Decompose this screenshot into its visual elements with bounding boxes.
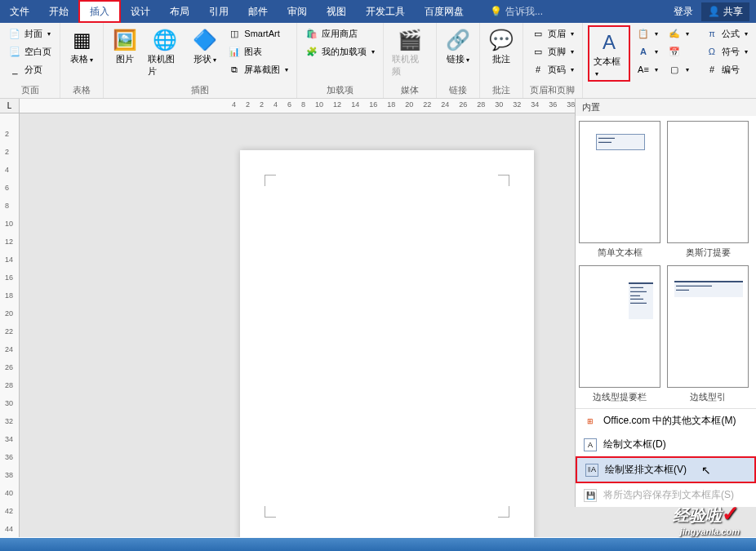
chart-icon: 📊 xyxy=(228,45,241,58)
ribbon-group-media: 🎬联机视频 媒体 xyxy=(384,23,437,98)
table-icon: ▦ xyxy=(69,27,95,53)
page-number-button[interactable]: #页码▾ xyxy=(528,61,577,78)
tables-group-label: 表格 xyxy=(65,82,98,96)
page-break-icon: ⎯ xyxy=(8,63,21,76)
ribbon-group-addins: 🛍️应用商店 🧩我的加载项▾ 加载项 xyxy=(297,23,384,98)
symbol-icon: Ω xyxy=(705,45,718,58)
wordart-button[interactable]: A▾ xyxy=(634,43,661,60)
pages-group-label: 页面 xyxy=(5,82,55,96)
links-button[interactable]: 🔗链接▾ xyxy=(442,25,474,67)
pictures-button[interactable]: 🖼️图片 xyxy=(109,25,141,67)
tell-me-search[interactable]: 💡 告诉我... xyxy=(490,5,674,19)
office-more-textboxes[interactable]: ⊞ Office.com 中的其他文本框(M) xyxy=(576,409,756,433)
menu-tabs: 文件 开始 插入 设计 布局 引用 邮件 审阅 视图 开发工具 百度网盘 xyxy=(0,0,474,23)
symbol-button[interactable]: Ω符号▾ xyxy=(702,43,751,60)
datetime-icon: 📅 xyxy=(668,45,681,58)
signature-button[interactable]: ✍▾ xyxy=(665,25,692,42)
ribbon-group-comments: 💬批注 批注 xyxy=(480,23,523,98)
cover-page-button[interactable]: 📄封面▾ xyxy=(5,25,55,42)
gallery-border-sidebar[interactable]: ▬▬▬▬▬▬▬▬▬▬▬▬▬▬▬▬▬▬▬▬▬ 边线型提要栏 xyxy=(579,265,660,403)
gallery-border-quote[interactable]: ▬▬▬▬▬▬▬▬▬▬▬▬▬▬▬ 边线型引 xyxy=(667,265,749,403)
vertical-textbox-icon: ⦀A xyxy=(585,464,598,477)
menu-references[interactable]: 引用 xyxy=(199,0,238,23)
header-button[interactable]: ▭页眉▾ xyxy=(528,25,577,42)
header-icon: ▭ xyxy=(531,27,545,40)
drop-cap-button[interactable]: A≡▾ xyxy=(634,61,661,78)
menu-layout[interactable]: 布局 xyxy=(160,0,199,23)
vertical-ruler[interactable]: 2246810121416182022242628303234363840424… xyxy=(0,113,20,537)
page-number-icon: # xyxy=(531,63,545,76)
menu-design[interactable]: 设计 xyxy=(121,0,160,23)
online-picture-icon: 🌐 xyxy=(152,27,178,53)
ribbon-group-text: A文本框▾ 📋▾ A▾ A≡▾ ✍▾ 📅 ▢▾ xyxy=(583,23,697,98)
menu-baidu[interactable]: 百度网盘 xyxy=(415,0,474,23)
textbox-draw-icon: A xyxy=(584,438,597,451)
ribbon-group-tables: ▦ 表格▾ 表格 xyxy=(60,23,104,98)
object-button[interactable]: ▢▾ xyxy=(665,61,692,78)
margin-marker-tr xyxy=(498,175,509,186)
number-icon: # xyxy=(705,63,718,76)
gallery-simple-textbox[interactable]: ▬▬▬▬▬▬▬▬▬ 简单文本框 xyxy=(579,121,660,259)
gallery-menu: ⊞ Office.com 中的其他文本框(M) A 绘制文本框(D) ⦀A 绘制… xyxy=(576,408,756,507)
chart-button[interactable]: 📊图表 xyxy=(225,43,291,60)
blank-page-button[interactable]: 📃空白页 xyxy=(5,43,55,60)
object-icon: ▢ xyxy=(668,63,681,76)
textbox-button[interactable]: A文本框▾ xyxy=(590,28,628,79)
titlebar: 文件 开始 插入 设计 布局 引用 邮件 审阅 视图 开发工具 百度网盘 💡 告… xyxy=(0,0,756,23)
page[interactable] xyxy=(240,150,534,537)
save-to-gallery: 💾 将所选内容保存到文本框库(S) xyxy=(576,483,756,507)
comment-button[interactable]: 💬批注 xyxy=(485,25,518,67)
datetime-button[interactable]: 📅 xyxy=(665,43,692,60)
margin-marker-tl xyxy=(265,175,276,186)
ribbon-group-links: 🔗链接▾ 链接 xyxy=(437,23,480,98)
taskbar xyxy=(0,538,756,551)
drop-cap-icon: A≡ xyxy=(637,63,650,76)
screenshot-button[interactable]: ⧉屏幕截图▾ xyxy=(225,61,291,78)
quick-parts-button[interactable]: 📋▾ xyxy=(634,25,661,42)
draw-vertical-textbox[interactable]: ⦀A 绘制竖排文本框(V) ↖ xyxy=(576,456,756,483)
table-button[interactable]: ▦ 表格▾ xyxy=(65,25,98,67)
number-button[interactable]: #编号 xyxy=(702,61,751,78)
menu-review[interactable]: 审阅 xyxy=(278,0,317,23)
cursor-icon: ↖ xyxy=(701,464,711,477)
smartart-button[interactable]: ◫SmartArt xyxy=(225,25,291,42)
page-break-button[interactable]: ⎯分页 xyxy=(5,61,55,78)
online-video-button[interactable]: 🎬联机视频 xyxy=(389,25,431,79)
cover-page-icon: 📄 xyxy=(8,27,21,40)
my-addins-button[interactable]: 🧩我的加载项▾ xyxy=(302,43,378,60)
menu-home[interactable]: 开始 xyxy=(39,0,78,23)
comments-group-label: 批注 xyxy=(485,82,518,96)
ribbon-group-illustrations: 🖼️图片 🌐联机图片 🔷形状▾ ◫SmartArt 📊图表 ⧉屏幕截图▾ 插图 xyxy=(104,23,297,98)
online-pictures-button[interactable]: 🌐联机图片 xyxy=(145,25,185,79)
gallery-austin-quote[interactable]: 奥斯汀提要 xyxy=(667,121,749,259)
menu-developer[interactable]: 开发工具 xyxy=(356,0,415,23)
equation-button[interactable]: π公式▾ xyxy=(702,25,751,42)
equation-icon: π xyxy=(705,27,718,40)
footer-button[interactable]: ▭页脚▾ xyxy=(528,43,577,60)
illustrations-group-label: 插图 xyxy=(109,82,291,96)
ribbon-group-pages: 📄封面▾ 📃空白页 ⎯分页 页面 xyxy=(0,23,60,98)
ribbon-group-header-footer: ▭页眉▾ ▭页脚▾ #页码▾ 页眉和页脚 xyxy=(523,23,583,98)
screenshot-icon: ⧉ xyxy=(228,63,241,76)
store-button[interactable]: 🛍️应用商店 xyxy=(302,25,378,42)
menu-view[interactable]: 视图 xyxy=(317,0,356,23)
textbox-icon: A xyxy=(596,29,622,56)
login-link[interactable]: 登录 xyxy=(674,5,693,19)
textbox-gallery-panel: 内置 ▬▬▬▬▬▬▬▬▬ 简单文本框 奥斯汀提要 ▬▬▬▬▬▬▬▬▬▬▬▬▬▬▬… xyxy=(575,99,756,507)
margin-marker-bl xyxy=(265,506,276,518)
menu-mailings[interactable]: 邮件 xyxy=(238,0,278,23)
office-icon: ⊞ xyxy=(584,415,597,428)
blank-page-icon: 📃 xyxy=(8,45,21,58)
ruler-corner: L xyxy=(0,99,20,113)
draw-textbox[interactable]: A 绘制文本框(D) xyxy=(576,433,756,456)
share-button[interactable]: 👤 共享 xyxy=(701,2,749,21)
share-label: 共享 xyxy=(723,5,743,19)
menu-insert[interactable]: 插入 xyxy=(78,0,121,23)
gallery-builtin-header: 内置 xyxy=(576,99,756,116)
menu-file[interactable]: 文件 xyxy=(0,0,39,23)
store-icon: 🛍️ xyxy=(305,27,318,40)
smartart-icon: ◫ xyxy=(228,27,241,40)
wordart-icon: A xyxy=(637,45,650,58)
save-gallery-icon: 💾 xyxy=(584,489,597,502)
shapes-button[interactable]: 🔷形状▾ xyxy=(189,25,221,67)
